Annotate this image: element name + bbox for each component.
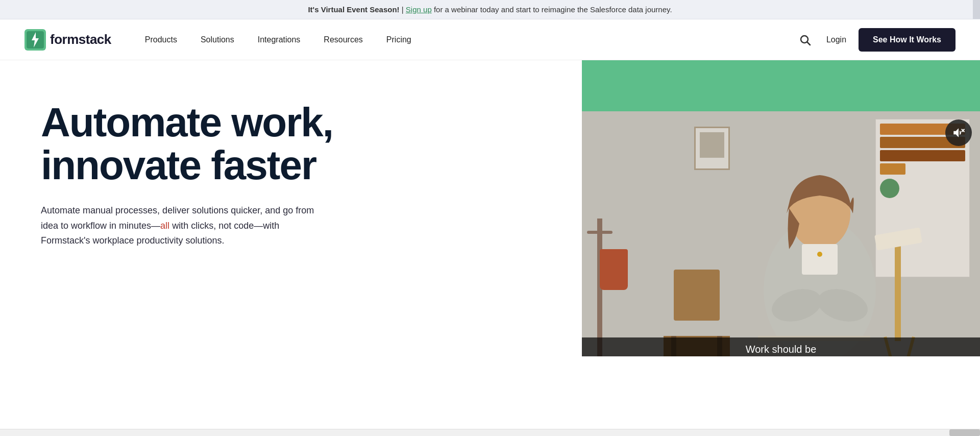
nav-item-pricing[interactable]: Pricing (377, 31, 421, 49)
video-person (723, 147, 917, 356)
video-container[interactable]: Work should be (582, 111, 980, 356)
formstack-logo-icon (24, 29, 46, 51)
video-caption: Work should be (582, 337, 980, 356)
picture-content (700, 132, 724, 158)
login-button[interactable]: Login (826, 35, 846, 44)
search-button[interactable] (796, 31, 814, 49)
see-how-it-works-button[interactable]: See How It Works (859, 28, 955, 52)
coat-rack-bag (600, 249, 628, 290)
lamp-pole (895, 244, 901, 341)
video-background (582, 111, 980, 356)
chair-back (674, 270, 720, 321)
video-caption-text: Work should be (746, 344, 817, 355)
nav-item-resources[interactable]: Resources (314, 31, 372, 49)
nav-right: Login See How It Works (796, 28, 955, 52)
announcement-post-text: for a webinar today and start to reimagi… (434, 5, 672, 14)
svg-point-9 (817, 252, 822, 257)
search-icon (799, 34, 811, 46)
nav-links: Products Solutions Integrations Resource… (136, 31, 796, 49)
nav-item-products[interactable]: Products (136, 31, 186, 49)
volume-icon (952, 126, 965, 139)
hero-description: Automate manual processes, deliver solut… (41, 203, 316, 249)
nav-item-integrations[interactable]: Integrations (249, 31, 310, 49)
announcement-bold-text: It's Virtual Event Season! (308, 5, 399, 14)
svg-line-3 (807, 42, 810, 45)
svg-rect-6 (802, 244, 838, 275)
scrollbar-stub[interactable] (973, 0, 980, 19)
coat-rack-arm (587, 231, 612, 234)
nav-item-solutions[interactable]: Solutions (191, 31, 243, 49)
announcement-separator: | (402, 5, 406, 14)
hero-video-area[interactable]: Work should be (582, 111, 980, 356)
video-frame (582, 111, 980, 356)
hero-description-link[interactable]: all (160, 221, 169, 231)
announcement-banner: It's Virtual Event Season! | Sign up for… (0, 0, 980, 19)
mute-button[interactable] (945, 119, 972, 146)
video-picture-frame (694, 127, 730, 170)
hero-title: Automate work, innovate faster (41, 101, 357, 187)
logo-text: formstack (50, 32, 111, 47)
main-navbar: formstack Products Solutions Integration… (0, 19, 980, 60)
announcement-signup-link[interactable]: Sign up (406, 5, 432, 14)
logo-link[interactable]: formstack (24, 29, 111, 51)
hero-left-content: Automate work, innovate faster Automate … (0, 60, 388, 279)
hero-section: Automate work, innovate faster Automate … (0, 60, 980, 356)
